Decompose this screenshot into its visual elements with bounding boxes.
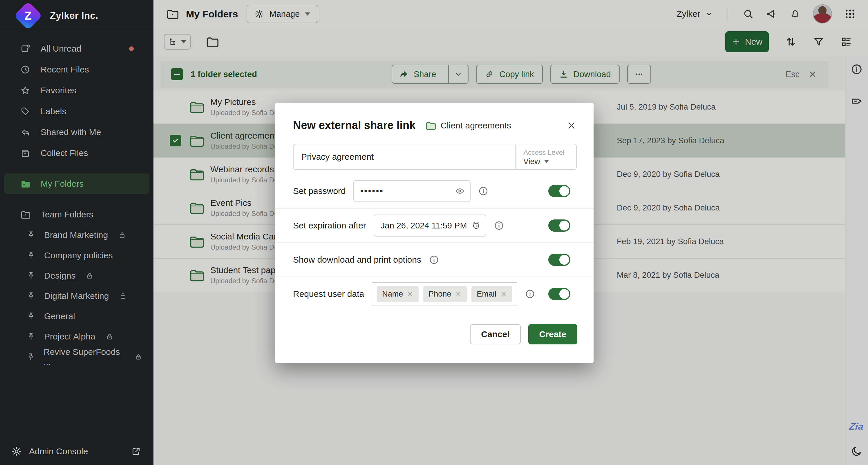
toggle-knob bbox=[559, 221, 569, 230]
cancel-button[interactable]: Cancel bbox=[470, 324, 521, 344]
gear-icon bbox=[11, 446, 22, 456]
link-name-value[interactable]: Privacy agreement bbox=[293, 144, 515, 169]
request-user-data-toggle-on[interactable] bbox=[548, 288, 570, 300]
sidebar-item-label: All Unread bbox=[41, 44, 81, 54]
admin-console-label: Admin Console bbox=[29, 446, 88, 456]
pin-icon bbox=[27, 312, 35, 321]
sidebar-item-label: Favorites bbox=[41, 86, 76, 95]
download-print-toggle-on[interactable] bbox=[548, 254, 570, 266]
unread-icon bbox=[20, 44, 30, 54]
team-folder-designs[interactable]: Designs bbox=[0, 266, 153, 286]
remove-chip-icon[interactable] bbox=[500, 291, 507, 297]
close-icon[interactable] bbox=[566, 120, 577, 131]
show-password-eye-icon[interactable] bbox=[455, 186, 465, 196]
request-user-data-label: Request user data bbox=[293, 289, 364, 299]
clock-icon bbox=[20, 65, 30, 74]
team-folder-project-alpha[interactable]: Project Alpha bbox=[0, 326, 153, 347]
team-folder-general[interactable]: General bbox=[0, 306, 153, 326]
open-in-new-icon[interactable] bbox=[131, 447, 141, 456]
pin-icon bbox=[27, 231, 35, 239]
set-password-toggle-on[interactable] bbox=[548, 185, 570, 197]
pin-icon bbox=[27, 353, 35, 361]
remove-chip-icon[interactable] bbox=[455, 291, 462, 297]
access-level-value: View bbox=[523, 157, 540, 166]
download-print-label: Show download and print options bbox=[293, 255, 421, 265]
sidebar-item-team-folders[interactable]: Team Folders bbox=[4, 204, 149, 225]
request-user-data-row: Request user data Name Phone Email bbox=[275, 276, 594, 311]
access-level-label: Access Level bbox=[523, 148, 568, 157]
info-icon[interactable] bbox=[478, 186, 489, 196]
sidebar: Z Zylker Inc. All Unread Recent Files Fa… bbox=[0, 0, 153, 465]
sidebar-item-favorites[interactable]: Favorites bbox=[4, 80, 149, 101]
set-expiration-row: Set expiration after Jan 26, 2024 11:59 … bbox=[275, 208, 594, 242]
pin-icon bbox=[27, 292, 35, 300]
share-link-settings: Set password •••••• Set expiration after… bbox=[275, 174, 594, 311]
team-folder-label: Digital Marketing bbox=[44, 291, 109, 301]
team-folder-label: Brand Marketing bbox=[44, 230, 108, 240]
sidebar-item-collect-files[interactable]: Collect Files bbox=[4, 143, 149, 164]
sidebar-item-shared-with-me[interactable]: Shared with Me bbox=[4, 122, 149, 143]
chip-name: Name bbox=[377, 286, 418, 302]
expiration-value: Jan 26, 2024 11:59 PM bbox=[381, 221, 467, 230]
team-folder-company-policies[interactable]: Company policies bbox=[0, 245, 153, 266]
password-input[interactable]: •••••• bbox=[353, 180, 470, 202]
set-password-label: Set password bbox=[293, 186, 346, 196]
team-folder-label: General bbox=[44, 311, 75, 321]
sidebar-item-label: Labels bbox=[41, 106, 66, 116]
expiration-input[interactable]: Jan 26, 2024 11:59 PM bbox=[374, 214, 486, 237]
download-print-row: Show download and print options bbox=[275, 242, 594, 276]
lock-icon bbox=[86, 272, 93, 279]
lock-icon bbox=[106, 333, 114, 340]
team-folder-label: Project Alpha bbox=[44, 332, 95, 341]
star-icon bbox=[20, 86, 30, 95]
team-folder-digital-marketing[interactable]: Digital Marketing bbox=[0, 286, 153, 306]
sidebar-section-gap bbox=[0, 164, 153, 173]
team-folder-label: Revive SuperFoods ... bbox=[43, 347, 124, 367]
sidebar-item-my-folders[interactable]: My Folders bbox=[4, 173, 149, 194]
sidebar-item-label: My Folders bbox=[41, 179, 84, 189]
request-user-data-field[interactable]: Name Phone Email bbox=[372, 282, 517, 306]
collect-icon bbox=[20, 148, 30, 158]
sidebar-item-label: Recent Files bbox=[41, 65, 89, 74]
dialog-folder-name: Client agreements bbox=[440, 121, 511, 130]
shared-icon bbox=[20, 127, 30, 137]
dialog-footer: Cancel Create bbox=[275, 311, 594, 347]
admin-console[interactable]: Admin Console bbox=[0, 438, 153, 465]
sidebar-item-labels[interactable]: Labels bbox=[4, 101, 149, 122]
lock-icon bbox=[119, 292, 127, 300]
remove-chip-icon[interactable] bbox=[407, 291, 413, 297]
chip-label: Email bbox=[477, 290, 496, 299]
team-folder-revive-superfoods[interactable]: Revive SuperFoods ... bbox=[0, 347, 153, 367]
info-icon[interactable] bbox=[429, 255, 439, 265]
lock-icon bbox=[135, 353, 142, 361]
folder-icon bbox=[20, 179, 30, 189]
create-button[interactable]: Create bbox=[528, 324, 577, 344]
access-level-dropdown[interactable]: Access Level View bbox=[515, 144, 576, 169]
main-area: My Folders Manage Zylker bbox=[153, 0, 868, 465]
folder-icon bbox=[425, 120, 436, 131]
toggle-knob bbox=[559, 186, 569, 196]
sidebar-section-gap bbox=[0, 194, 153, 204]
chip-label: Name bbox=[382, 290, 403, 299]
sidebar-item-recent-files[interactable]: Recent Files bbox=[4, 59, 149, 80]
org-logo-letter: Z bbox=[25, 9, 32, 22]
password-value: •••••• bbox=[360, 187, 384, 195]
alarm-clock-icon[interactable] bbox=[472, 221, 480, 230]
team-folder-label: Designs bbox=[44, 271, 75, 280]
set-expiration-label: Set expiration after bbox=[293, 221, 366, 230]
org-logo: Z bbox=[14, 1, 43, 30]
info-icon[interactable] bbox=[525, 289, 535, 299]
chip-phone: Phone bbox=[423, 286, 467, 302]
sidebar-item-all-unread[interactable]: All Unread bbox=[4, 38, 149, 59]
set-expiration-toggle-on[interactable] bbox=[548, 220, 570, 232]
sidebar-nav: All Unread Recent Files Favorites Labels… bbox=[0, 30, 153, 367]
dialog-title: New external share link bbox=[293, 119, 415, 132]
link-name-field[interactable]: Privacy agreement Access Level View bbox=[293, 144, 577, 170]
pin-icon bbox=[27, 332, 35, 341]
info-icon[interactable] bbox=[494, 220, 504, 231]
chip-email: Email bbox=[471, 286, 512, 302]
team-folder-brand-marketing[interactable]: Brand Marketing bbox=[0, 225, 153, 245]
unread-badge-dot bbox=[129, 46, 134, 51]
org-header[interactable]: Z Zylker Inc. bbox=[0, 0, 153, 30]
new-external-share-link-dialog: New external share link Client agreement… bbox=[275, 103, 594, 363]
